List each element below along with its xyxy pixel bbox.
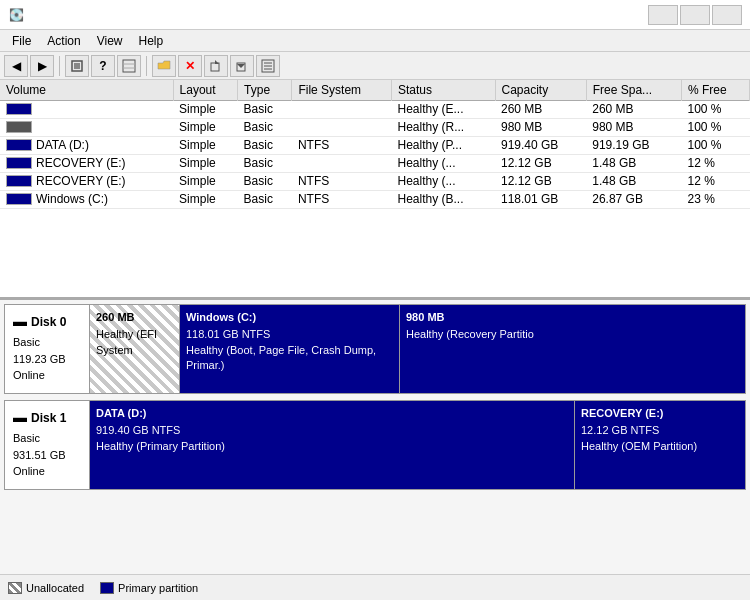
disk-label: ▬ Disk 1 Basic 931.51 GB Online [5, 401, 90, 489]
menu-help[interactable]: Help [131, 32, 172, 50]
cell-capacity: 980 MB [495, 118, 586, 136]
legend-primary-label: Primary partition [118, 582, 198, 594]
partition[interactable]: Windows (C:)118.01 GB NTFSHealthy (Boot,… [180, 305, 400, 393]
cell-status: Healthy (R... [392, 118, 496, 136]
col-layout: Layout [173, 80, 237, 100]
col-filesystem: File System [292, 80, 392, 100]
col-capacity: Capacity [495, 80, 586, 100]
col-freespace: Free Spa... [586, 80, 681, 100]
cell-pct: 12 % [681, 172, 749, 190]
cell-type: Basic [238, 190, 292, 208]
partition[interactable]: DATA (D:)919.40 GB NTFSHealthy (Primary … [90, 401, 575, 489]
cell-capacity: 260 MB [495, 100, 586, 118]
svg-marker-8 [237, 64, 245, 68]
cell-type: Basic [238, 100, 292, 118]
menu-bar: File Action View Help [0, 30, 750, 52]
toolbar-settings-button[interactable] [256, 55, 280, 77]
cell-free: 919.19 GB [586, 136, 681, 154]
cell-pct: 23 % [681, 190, 749, 208]
cell-fs: NTFS [292, 172, 392, 190]
cell-status: Healthy (... [392, 172, 496, 190]
legend-primary: Primary partition [100, 582, 198, 594]
cell-layout: Simple [173, 118, 237, 136]
cell-capacity: 12.12 GB [495, 172, 586, 190]
cell-pct: 100 % [681, 100, 749, 118]
cell-capacity: 919.40 GB [495, 136, 586, 154]
cell-fs: NTFS [292, 190, 392, 208]
disk-label: ▬ Disk 0 Basic 119.23 GB Online [5, 305, 90, 393]
app-icon: 💽 [8, 7, 24, 23]
cell-free: 260 MB [586, 100, 681, 118]
cell-capacity: 12.12 GB [495, 154, 586, 172]
cell-layout: Simple [173, 172, 237, 190]
cell-pct: 100 % [681, 136, 749, 154]
table-row[interactable]: SimpleBasicHealthy (E...260 MB260 MB100 … [0, 100, 750, 118]
cell-volume: DATA (D:) [0, 136, 173, 154]
cell-free: 1.48 GB [586, 154, 681, 172]
toolbar-export-button[interactable] [204, 55, 228, 77]
legend-primary-box [100, 582, 114, 594]
cell-free: 980 MB [586, 118, 681, 136]
cell-volume: RECOVERY (E:) [0, 154, 173, 172]
table-row[interactable]: RECOVERY (E:)SimpleBasicHealthy (...12.1… [0, 154, 750, 172]
cell-status: Healthy (P... [392, 136, 496, 154]
toolbar-separator-1 [59, 56, 60, 76]
partition[interactable]: 980 MBHealthy (Recovery Partitio [400, 305, 745, 393]
toolbar-help-button[interactable]: ? [91, 55, 115, 77]
menu-file[interactable]: File [4, 32, 39, 50]
toolbar-delete-button[interactable]: ✕ [178, 55, 202, 77]
col-type: Type [238, 80, 292, 100]
toolbar-up-button[interactable] [65, 55, 89, 77]
maximize-button[interactable] [680, 5, 710, 25]
disk-row: ▬ Disk 0 Basic 119.23 GB Online260 MBHea… [4, 304, 746, 394]
cell-volume [0, 100, 173, 118]
cell-volume [0, 118, 173, 136]
cell-layout: Simple [173, 100, 237, 118]
table-row[interactable]: SimpleBasicHealthy (R...980 MB980 MB100 … [0, 118, 750, 136]
window-controls [648, 5, 742, 25]
table-header-row: Volume Layout Type File System Status Ca… [0, 80, 750, 100]
table-row[interactable]: DATA (D:)SimpleBasicNTFSHealthy (P...919… [0, 136, 750, 154]
svg-rect-1 [74, 63, 80, 69]
partition[interactable]: 260 MBHealthy (EFI System [90, 305, 180, 393]
svg-marker-6 [215, 60, 219, 64]
disk-partitions: 260 MBHealthy (EFI SystemWindows (C:)118… [90, 305, 745, 393]
col-pctfree: % Free [681, 80, 749, 100]
disk-partitions: DATA (D:)919.40 GB NTFSHealthy (Primary … [90, 401, 745, 489]
cell-type: Basic [238, 118, 292, 136]
cell-free: 26.87 GB [586, 190, 681, 208]
col-volume: Volume [0, 80, 173, 100]
legend: Unallocated Primary partition [0, 574, 750, 600]
toolbar-folder-button[interactable] [152, 55, 176, 77]
close-button[interactable] [712, 5, 742, 25]
cell-status: Healthy (... [392, 154, 496, 172]
title-bar: 💽 [0, 0, 750, 30]
cell-status: Healthy (E... [392, 100, 496, 118]
toolbar-back-button[interactable]: ◀ [4, 55, 28, 77]
cell-type: Basic [238, 172, 292, 190]
cell-layout: Simple [173, 154, 237, 172]
cell-type: Basic [238, 154, 292, 172]
cell-fs: NTFS [292, 136, 392, 154]
toolbar-import-button[interactable] [230, 55, 254, 77]
svg-rect-5 [211, 63, 219, 71]
toolbar-forward-button[interactable]: ▶ [30, 55, 54, 77]
cell-layout: Simple [173, 136, 237, 154]
cell-free: 1.48 GB [586, 172, 681, 190]
col-status: Status [392, 80, 496, 100]
table-row[interactable]: RECOVERY (E:)SimpleBasicNTFSHealthy (...… [0, 172, 750, 190]
toolbar-separator-2 [146, 56, 147, 76]
main-container: Volume Layout Type File System Status Ca… [0, 80, 750, 600]
menu-action[interactable]: Action [39, 32, 88, 50]
legend-unallocated-box [8, 582, 22, 594]
cell-fs [292, 100, 392, 118]
table-row[interactable]: Windows (C:)SimpleBasicNTFSHealthy (B...… [0, 190, 750, 208]
volume-table-area: Volume Layout Type File System Status Ca… [0, 80, 750, 300]
cell-fs [292, 154, 392, 172]
partition[interactable]: RECOVERY (E:)12.12 GB NTFSHealthy (OEM P… [575, 401, 745, 489]
disk-row: ▬ Disk 1 Basic 931.51 GB OnlineDATA (D:)… [4, 400, 746, 490]
menu-view[interactable]: View [89, 32, 131, 50]
toolbar-map-button[interactable] [117, 55, 141, 77]
volume-table: Volume Layout Type File System Status Ca… [0, 80, 750, 209]
minimize-button[interactable] [648, 5, 678, 25]
